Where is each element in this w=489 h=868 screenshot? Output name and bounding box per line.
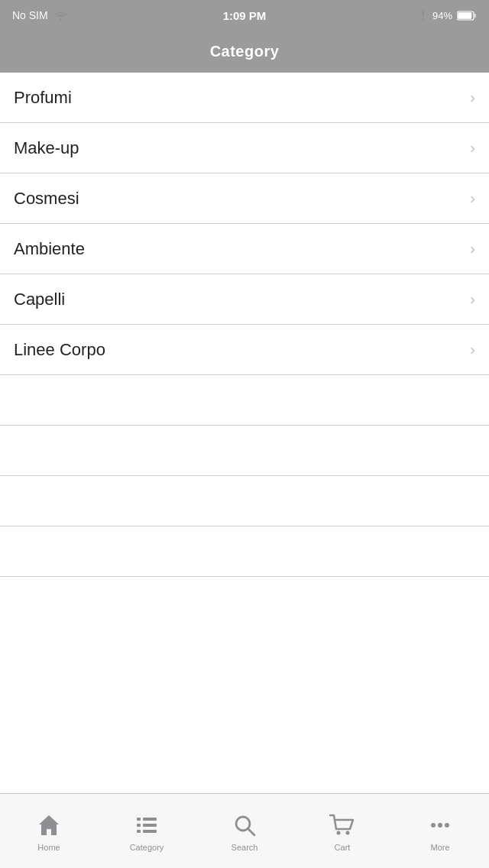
svg-point-13 <box>431 823 436 828</box>
svg-rect-3 <box>137 818 141 821</box>
chevron-right-icon: › <box>470 290 475 308</box>
chevron-right-icon: › <box>470 240 475 257</box>
status-time: 1:09 PM <box>223 9 267 22</box>
nav-bar: Category <box>0 31 489 73</box>
svg-rect-7 <box>137 830 141 833</box>
svg-rect-1 <box>474 14 477 18</box>
chevron-right-icon: › <box>470 89 475 106</box>
svg-rect-5 <box>137 824 141 827</box>
tab-cart-label: Cart <box>335 843 351 852</box>
tab-more[interactable]: More <box>391 794 489 868</box>
status-left: No SIM <box>12 9 67 21</box>
category-item-label: Capelli <box>14 290 65 309</box>
tab-home[interactable]: Home <box>0 794 98 868</box>
category-item[interactable]: Ambiente› <box>0 224 489 274</box>
category-item-label: Make-up <box>14 138 79 158</box>
tab-more-label: More <box>430 843 449 852</box>
cart-icon <box>329 811 356 840</box>
category-item[interactable]: Capelli› <box>0 274 489 325</box>
search-icon <box>232 811 257 840</box>
svg-point-14 <box>438 823 442 828</box>
empty-row <box>0 526 489 577</box>
svg-rect-6 <box>143 824 157 827</box>
category-item-label: Linee Corpo <box>14 340 105 360</box>
svg-rect-2 <box>458 12 471 19</box>
battery-icon <box>457 11 477 21</box>
chevron-right-icon: › <box>470 139 475 157</box>
category-item-label: Cosmesi <box>14 189 79 209</box>
category-item[interactable]: Cosmesi› <box>0 173 489 224</box>
svg-point-11 <box>337 831 341 834</box>
tab-search[interactable]: Search <box>196 794 293 868</box>
tab-home-label: Home <box>37 843 60 852</box>
tab-search-label: Search <box>232 843 258 852</box>
svg-line-10 <box>248 828 255 835</box>
battery-percent: 94% <box>432 10 452 21</box>
empty-row <box>0 476 489 526</box>
svg-rect-4 <box>143 818 157 821</box>
more-icon <box>427 811 453 840</box>
category-item-label: Profumi <box>14 88 72 108</box>
status-right: 94% <box>420 9 477 21</box>
tab-bar: Home Category Search <box>0 793 489 868</box>
home-icon <box>36 811 62 840</box>
category-item[interactable]: Make-up› <box>0 123 489 173</box>
svg-point-12 <box>346 831 350 834</box>
category-list: Profumi›Make-up›Cosmesi›Ambiente›Capelli… <box>0 73 489 577</box>
category-item-label: Ambiente <box>14 239 85 259</box>
status-bar: No SIM 1:09 PM 94% <box>0 0 489 31</box>
svg-rect-8 <box>143 830 157 833</box>
nav-title: Category <box>210 43 280 60</box>
bluetooth-icon <box>420 9 428 21</box>
carrier-label: No SIM <box>12 9 48 21</box>
category-item[interactable]: Linee Corpo› <box>0 325 489 375</box>
tab-category-label: Category <box>130 843 164 852</box>
wifi-icon <box>54 11 67 21</box>
category-item[interactable]: Profumi› <box>0 73 489 123</box>
tab-cart[interactable]: Cart <box>293 794 391 868</box>
chevron-right-icon: › <box>470 341 475 358</box>
empty-row <box>0 375 489 426</box>
svg-point-15 <box>445 823 449 828</box>
tab-category[interactable]: Category <box>98 794 196 868</box>
chevron-right-icon: › <box>470 189 475 207</box>
empty-row <box>0 426 489 476</box>
category-icon <box>134 811 160 840</box>
